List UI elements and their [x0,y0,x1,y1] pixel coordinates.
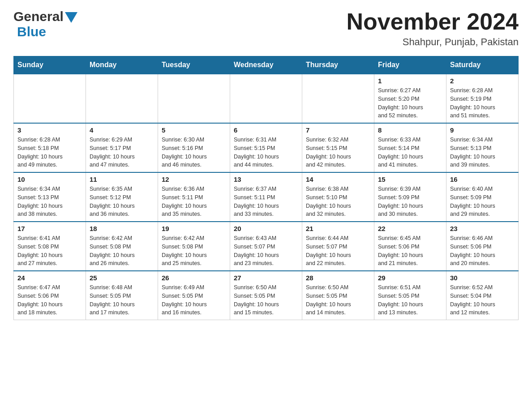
weekday-header-saturday: Saturday [446,56,519,74]
day-number: 6 [234,126,298,134]
calendar-cell [14,74,86,123]
weekday-header-thursday: Thursday [302,56,374,74]
day-info: Sunrise: 6:35 AMSunset: 5:12 PMDaylight:… [90,185,154,218]
weekday-header-tuesday: Tuesday [158,56,230,74]
weekday-header-monday: Monday [86,56,158,74]
calendar-cell: 18Sunrise: 6:42 AMSunset: 5:08 PMDayligh… [86,222,158,271]
calendar-cell: 5Sunrise: 6:30 AMSunset: 5:16 PMDaylight… [158,123,230,172]
day-number: 19 [162,225,226,232]
calendar-cell: 12Sunrise: 6:36 AMSunset: 5:11 PMDayligh… [158,172,230,222]
day-number: 9 [450,126,515,134]
calendar-cell: 14Sunrise: 6:38 AMSunset: 5:10 PMDayligh… [302,172,374,222]
day-info: Sunrise: 6:50 AMSunset: 5:05 PMDaylight:… [234,283,298,317]
day-number: 25 [90,274,154,282]
calendar-cell: 27Sunrise: 6:50 AMSunset: 5:05 PMDayligh… [230,271,302,320]
calendar-cell: 24Sunrise: 6:47 AMSunset: 5:06 PMDayligh… [14,271,86,320]
weekday-header-sunday: Sunday [14,56,86,74]
day-number: 29 [378,274,442,282]
day-info: Sunrise: 6:38 AMSunset: 5:10 PMDaylight:… [306,185,370,218]
calendar-cell: 20Sunrise: 6:43 AMSunset: 5:07 PMDayligh… [230,222,302,271]
day-info: Sunrise: 6:46 AMSunset: 5:06 PMDaylight:… [450,234,515,268]
page-header: General Blue November 2024 Shahpur, Punj… [13,9,519,48]
day-info: Sunrise: 6:32 AMSunset: 5:15 PMDaylight:… [306,136,370,169]
calendar-cell: 1Sunrise: 6:27 AMSunset: 5:20 PMDaylight… [374,74,446,123]
weekday-header-row: SundayMondayTuesdayWednesdayThursdayFrid… [14,56,519,74]
day-info: Sunrise: 6:30 AMSunset: 5:16 PMDaylight:… [162,136,226,169]
calendar-table: SundayMondayTuesdayWednesdayThursdayFrid… [13,56,519,320]
day-info: Sunrise: 6:33 AMSunset: 5:14 PMDaylight:… [378,136,442,169]
day-number: 30 [450,274,515,282]
day-info: Sunrise: 6:40 AMSunset: 5:09 PMDaylight:… [450,185,515,218]
day-info: Sunrise: 6:36 AMSunset: 5:11 PMDaylight:… [162,185,226,218]
calendar-cell: 15Sunrise: 6:39 AMSunset: 5:09 PMDayligh… [374,172,446,222]
day-number: 24 [17,274,82,282]
day-info: Sunrise: 6:34 AMSunset: 5:13 PMDaylight:… [450,136,515,169]
day-info: Sunrise: 6:49 AMSunset: 5:05 PMDaylight:… [162,283,226,317]
day-number: 3 [17,126,82,134]
day-info: Sunrise: 6:31 AMSunset: 5:15 PMDaylight:… [234,136,298,169]
calendar-cell: 30Sunrise: 6:52 AMSunset: 5:04 PMDayligh… [446,271,519,320]
calendar-cell: 2Sunrise: 6:28 AMSunset: 5:19 PMDaylight… [446,74,519,123]
calendar-cell: 23Sunrise: 6:46 AMSunset: 5:06 PMDayligh… [446,222,519,271]
day-number: 26 [162,274,226,282]
day-number: 27 [234,274,298,282]
day-info: Sunrise: 6:42 AMSunset: 5:08 PMDaylight:… [162,234,226,268]
calendar-week-row: 3Sunrise: 6:28 AMSunset: 5:18 PMDaylight… [14,123,519,172]
day-info: Sunrise: 6:47 AMSunset: 5:06 PMDaylight:… [17,283,82,317]
calendar-week-row: 24Sunrise: 6:47 AMSunset: 5:06 PMDayligh… [14,271,519,320]
day-info: Sunrise: 6:37 AMSunset: 5:11 PMDaylight:… [234,185,298,218]
calendar-week-row: 1Sunrise: 6:27 AMSunset: 5:20 PMDaylight… [14,74,519,123]
calendar-cell: 21Sunrise: 6:44 AMSunset: 5:07 PMDayligh… [302,222,374,271]
day-info: Sunrise: 6:42 AMSunset: 5:08 PMDaylight:… [90,234,154,268]
day-number: 15 [378,176,442,183]
day-number: 23 [450,225,515,232]
day-number: 12 [162,176,226,183]
calendar-cell: 17Sunrise: 6:41 AMSunset: 5:08 PMDayligh… [14,222,86,271]
day-info: Sunrise: 6:52 AMSunset: 5:04 PMDaylight:… [450,283,515,317]
day-info: Sunrise: 6:41 AMSunset: 5:08 PMDaylight:… [17,234,82,268]
day-number: 8 [378,126,442,134]
calendar-cell: 13Sunrise: 6:37 AMSunset: 5:11 PMDayligh… [230,172,302,222]
weekday-header-wednesday: Wednesday [230,56,302,74]
weekday-header-friday: Friday [374,56,446,74]
day-info: Sunrise: 6:34 AMSunset: 5:13 PMDaylight:… [17,185,82,218]
calendar-cell: 29Sunrise: 6:51 AMSunset: 5:05 PMDayligh… [374,271,446,320]
month-title: November 2024 [347,9,519,34]
day-number: 16 [450,176,515,183]
day-number: 18 [90,225,154,232]
calendar-week-row: 17Sunrise: 6:41 AMSunset: 5:08 PMDayligh… [14,222,519,271]
calendar-week-row: 10Sunrise: 6:34 AMSunset: 5:13 PMDayligh… [14,172,519,222]
day-number: 28 [306,274,370,282]
day-number: 2 [450,77,515,85]
day-info: Sunrise: 6:51 AMSunset: 5:05 PMDaylight:… [378,283,442,317]
calendar-cell: 7Sunrise: 6:32 AMSunset: 5:15 PMDaylight… [302,123,374,172]
day-number: 14 [306,176,370,183]
day-info: Sunrise: 6:48 AMSunset: 5:05 PMDaylight:… [90,283,154,317]
calendar-cell: 16Sunrise: 6:40 AMSunset: 5:09 PMDayligh… [446,172,519,222]
day-number: 5 [162,126,226,134]
calendar-cell: 11Sunrise: 6:35 AMSunset: 5:12 PMDayligh… [86,172,158,222]
calendar-cell: 26Sunrise: 6:49 AMSunset: 5:05 PMDayligh… [158,271,230,320]
day-number: 22 [378,225,442,232]
calendar-cell: 4Sunrise: 6:29 AMSunset: 5:17 PMDaylight… [86,123,158,172]
logo: General Blue [13,9,77,39]
svg-marker-0 [65,12,77,23]
day-info: Sunrise: 6:44 AMSunset: 5:07 PMDaylight:… [306,234,370,268]
calendar-cell: 8Sunrise: 6:33 AMSunset: 5:14 PMDaylight… [374,123,446,172]
calendar-cell: 6Sunrise: 6:31 AMSunset: 5:15 PMDaylight… [230,123,302,172]
day-info: Sunrise: 6:27 AMSunset: 5:20 PMDaylight:… [378,86,442,120]
day-info: Sunrise: 6:43 AMSunset: 5:07 PMDaylight:… [234,234,298,268]
day-number: 10 [17,176,82,183]
logo-blue-text: Blue [17,24,46,39]
calendar-cell: 22Sunrise: 6:45 AMSunset: 5:06 PMDayligh… [374,222,446,271]
calendar-cell: 25Sunrise: 6:48 AMSunset: 5:05 PMDayligh… [86,271,158,320]
day-info: Sunrise: 6:28 AMSunset: 5:18 PMDaylight:… [17,136,82,169]
day-number: 7 [306,126,370,134]
logo-triangle-icon [65,12,77,23]
calendar-cell [230,74,302,123]
day-info: Sunrise: 6:29 AMSunset: 5:17 PMDaylight:… [90,136,154,169]
calendar-cell: 19Sunrise: 6:42 AMSunset: 5:08 PMDayligh… [158,222,230,271]
calendar-cell: 10Sunrise: 6:34 AMSunset: 5:13 PMDayligh… [14,172,86,222]
calendar-cell: 3Sunrise: 6:28 AMSunset: 5:18 PMDaylight… [14,123,86,172]
day-number: 17 [17,225,82,232]
